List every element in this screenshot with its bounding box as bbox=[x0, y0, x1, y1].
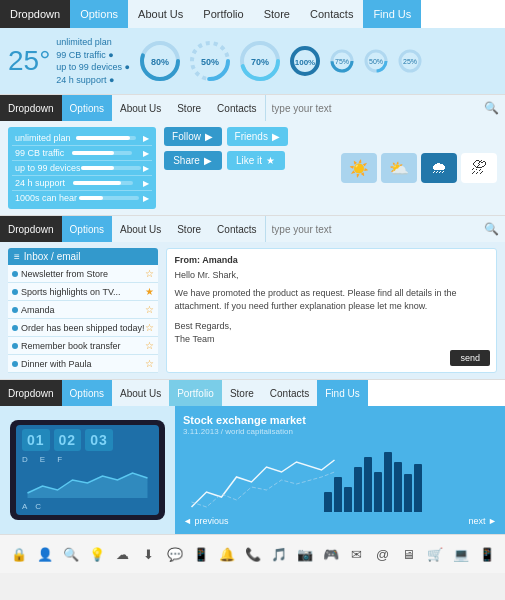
time-03: 03 bbox=[85, 429, 113, 451]
icons-bar: 🔒 👤 🔍 💡 ☁ ⬇ 💬 📱 🔔 📞 🎵 📷 🎮 ✉ @ 🖥 🛒 💻 📱 bbox=[0, 535, 505, 573]
chat-icon[interactable]: 💬 bbox=[164, 543, 186, 565]
nav2-dropdown[interactable]: Dropdown bbox=[0, 95, 62, 121]
email-signature: Best Regards,The Team bbox=[175, 320, 488, 347]
search-icon-2[interactable]: 🔍 bbox=[484, 101, 499, 115]
star-3[interactable]: ☆ bbox=[145, 304, 154, 315]
inbox-text-5: Remember book transfer bbox=[21, 341, 145, 351]
time-02: 02 bbox=[54, 429, 82, 451]
circle-80: 80% bbox=[138, 39, 182, 83]
star-2[interactable]: ★ bbox=[145, 286, 154, 297]
inbox-item-4[interactable]: Order has been shipped today! ☆ bbox=[8, 319, 158, 337]
time-01: 01 bbox=[22, 429, 50, 451]
at-icon[interactable]: @ bbox=[372, 543, 394, 565]
inbox-item-3[interactable]: Amanda ☆ bbox=[8, 301, 158, 319]
nav4-contacts[interactable]: Contacts bbox=[262, 380, 317, 406]
download-icon[interactable]: ⬇ bbox=[138, 543, 160, 565]
unread-dot-3 bbox=[12, 307, 18, 313]
previous-button[interactable]: ◄ previous bbox=[183, 516, 228, 526]
star-5[interactable]: ☆ bbox=[145, 340, 154, 351]
nav-contacts-1[interactable]: Contacts bbox=[300, 0, 363, 28]
list-item-4: 24 h support ▶ bbox=[12, 176, 152, 191]
share-button[interactable]: Share ▶ bbox=[164, 151, 222, 170]
tablet-icon[interactable]: 📱 bbox=[476, 543, 498, 565]
nav3-store[interactable]: Store bbox=[169, 216, 209, 242]
monitor-icon[interactable]: 🖥 bbox=[398, 543, 420, 565]
circles-row: 80% 50% 70% bbox=[138, 39, 497, 83]
game-icon[interactable]: 🎮 bbox=[320, 543, 342, 565]
nav3-dropdown[interactable]: Dropdown bbox=[0, 216, 62, 242]
next-button[interactable]: next ► bbox=[469, 516, 497, 526]
inbox-item-2[interactable]: Sports highlights on TV... ★ bbox=[8, 283, 158, 301]
circle-70: 70% bbox=[238, 39, 282, 83]
search-input-3[interactable] bbox=[272, 224, 484, 235]
follow-button[interactable]: Follow ▶ bbox=[164, 127, 222, 146]
nav4-portfolio[interactable]: Portfolio bbox=[169, 380, 222, 406]
nav2-search[interactable]: 🔍 bbox=[265, 95, 505, 121]
cart-icon[interactable]: 🛒 bbox=[424, 543, 446, 565]
search-icon[interactable]: 🔍 bbox=[60, 543, 82, 565]
search-icon-3[interactable]: 🔍 bbox=[484, 222, 499, 236]
bulb-icon[interactable]: 💡 bbox=[86, 543, 108, 565]
mini-area-chart bbox=[22, 468, 153, 498]
nav-portfolio-1[interactable]: Portfolio bbox=[193, 0, 253, 28]
likeit-button[interactable]: Like it ★ bbox=[227, 151, 285, 170]
email-greeting: Hello Mr. Shark, bbox=[175, 269, 488, 283]
phone-icon[interactable]: 📞 bbox=[242, 543, 264, 565]
user-icon[interactable]: 👤 bbox=[34, 543, 56, 565]
nav4-options[interactable]: Options bbox=[62, 380, 112, 406]
section2: Dropdown Options About Us Store Contacts… bbox=[0, 95, 505, 216]
star-6[interactable]: ☆ bbox=[145, 358, 154, 369]
inbox-item-5[interactable]: Remember book transfer ☆ bbox=[8, 337, 158, 355]
search-input-2[interactable] bbox=[272, 103, 484, 114]
bar-1 bbox=[324, 492, 332, 512]
mobile-icon[interactable]: 📱 bbox=[190, 543, 212, 565]
bell-icon[interactable]: 🔔 bbox=[216, 543, 238, 565]
nav2-options[interactable]: Options bbox=[62, 95, 112, 121]
weather-cloud-icon: ⛅ bbox=[381, 153, 417, 183]
camera-icon[interactable]: 📷 bbox=[294, 543, 316, 565]
nav-store-1[interactable]: Store bbox=[254, 0, 300, 28]
star-1[interactable]: ☆ bbox=[145, 268, 154, 279]
laptop-icon[interactable]: 💻 bbox=[450, 543, 472, 565]
star-4[interactable]: ☆ bbox=[145, 322, 154, 333]
bar-10 bbox=[414, 464, 422, 512]
nav2-store[interactable]: Store bbox=[169, 95, 209, 121]
nav2-aboutus[interactable]: About Us bbox=[112, 95, 169, 121]
navbar-4: Dropdown Options About Us Portfolio Stor… bbox=[0, 380, 505, 406]
section2-body: unlimited plan ▶ 99 CB traffic ▶ up to 9… bbox=[0, 121, 505, 215]
nav-options-1[interactable]: Options bbox=[70, 0, 128, 28]
email-from: From: Amanda bbox=[175, 255, 488, 265]
label-d: D bbox=[22, 455, 28, 464]
inbox-panel: ≡ Inbox / email Newsletter from Store ☆ … bbox=[8, 248, 158, 373]
follow-icon: ▶ bbox=[205, 131, 213, 142]
email-icon[interactable]: ✉ bbox=[346, 543, 368, 565]
nav2-contacts[interactable]: Contacts bbox=[209, 95, 264, 121]
cloud-icon[interactable]: ☁ bbox=[112, 543, 134, 565]
unread-dot-5 bbox=[12, 343, 18, 349]
circle-50: 50% bbox=[188, 39, 232, 83]
nav3-contacts[interactable]: Contacts bbox=[209, 216, 264, 242]
nav3-aboutus[interactable]: About Us bbox=[112, 216, 169, 242]
nav-dropdown-1[interactable]: Dropdown bbox=[0, 0, 70, 28]
svg-text:25%: 25% bbox=[403, 58, 417, 65]
nav4-aboutus[interactable]: About Us bbox=[112, 380, 169, 406]
inbox-item-6[interactable]: Dinner with Paula ☆ bbox=[8, 355, 158, 373]
music-icon[interactable]: 🎵 bbox=[268, 543, 290, 565]
nav-aboutus-1[interactable]: About Us bbox=[128, 0, 193, 28]
tablet-device: 01 02 03 D E F bbox=[10, 420, 165, 520]
nav3-options[interactable]: Options bbox=[62, 216, 112, 242]
svg-text:100%: 100% bbox=[295, 58, 315, 67]
nav3-search[interactable]: 🔍 bbox=[265, 216, 505, 242]
list-item-2: 99 CB traffic ▶ bbox=[12, 146, 152, 161]
nav4-dropdown[interactable]: Dropdown bbox=[0, 380, 62, 406]
social-row-1: Follow ▶ Friends ▶ bbox=[164, 127, 294, 146]
friends-button[interactable]: Friends ▶ bbox=[227, 127, 288, 146]
follow-label: Follow bbox=[172, 131, 201, 142]
lock-icon[interactable]: 🔒 bbox=[8, 543, 30, 565]
nav4-findus[interactable]: Find Us bbox=[317, 380, 367, 406]
svg-text:70%: 70% bbox=[251, 57, 269, 67]
send-button[interactable]: send bbox=[450, 350, 490, 366]
nav-findus-1[interactable]: Find Us bbox=[363, 0, 421, 28]
inbox-item-1[interactable]: Newsletter from Store ☆ bbox=[8, 265, 158, 283]
nav4-store[interactable]: Store bbox=[222, 380, 262, 406]
